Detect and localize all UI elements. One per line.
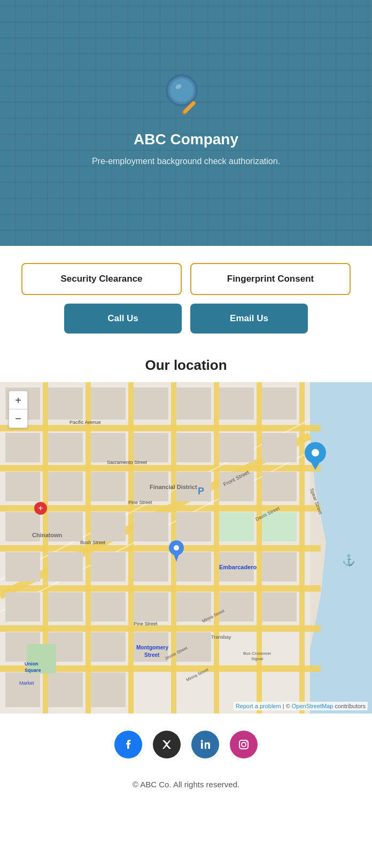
svg-rect-56 (134, 552, 168, 582)
svg-text:Chinatown: Chinatown (32, 532, 62, 538)
svg-text:Bush Street: Bush Street (80, 540, 106, 545)
svg-point-109 (201, 740, 203, 742)
location-title: Our location (0, 357, 372, 374)
copyright-text: © ABC Co. All rights reserved. (133, 780, 239, 789)
svg-rect-45 (262, 472, 297, 501)
svg-rect-29 (176, 387, 211, 420)
svg-text:Square: Square (25, 668, 41, 673)
svg-text:Financial District: Financial District (150, 484, 197, 490)
zoom-in-button[interactable]: + (9, 391, 27, 409)
social-section (0, 714, 372, 769)
svg-rect-51 (219, 512, 254, 541)
svg-rect-39 (5, 472, 40, 501)
svg-text:Bus Crossover: Bus Crossover (243, 651, 272, 656)
report-problem-link[interactable]: Report a problem (236, 703, 281, 709)
svg-rect-69 (91, 632, 126, 662)
twitter-x-button[interactable] (153, 731, 181, 758)
svg-rect-60 (5, 592, 40, 622)
svg-rect-41 (91, 472, 126, 501)
svg-rect-37 (219, 433, 254, 462)
map-container[interactable]: Pacific Avenue Sacramento Street Pine St… (0, 382, 372, 714)
svg-rect-72 (5, 672, 40, 707)
svg-rect-61 (48, 592, 83, 622)
buttons-section: Security Clearance Fingerprint Consent C… (0, 246, 372, 344)
svg-text:Street: Street (144, 652, 160, 658)
svg-point-111 (242, 742, 246, 747)
svg-rect-32 (5, 433, 40, 462)
svg-rect-19 (214, 382, 219, 714)
svg-rect-71 (176, 632, 211, 662)
svg-rect-20 (257, 382, 262, 714)
svg-rect-54 (48, 552, 83, 582)
svg-rect-59 (262, 552, 297, 582)
fingerprint-consent-button[interactable]: Fingerprint Consent (190, 263, 351, 295)
security-clearance-button[interactable]: Security Clearance (21, 263, 182, 295)
svg-rect-62 (91, 592, 126, 622)
linkedin-button[interactable] (191, 731, 219, 758)
svg-rect-48 (91, 512, 126, 541)
svg-rect-40 (48, 472, 83, 501)
svg-rect-27 (91, 387, 126, 420)
svg-point-99 (174, 545, 179, 551)
svg-rect-49 (134, 512, 168, 541)
zoom-out-button[interactable]: − (9, 409, 27, 428)
bottom-buttons-row: Call Us Email Us (13, 304, 359, 334)
svg-rect-108 (201, 742, 203, 749)
svg-rect-65 (219, 592, 254, 622)
svg-text:Union: Union (25, 661, 38, 666)
svg-text:Pine Street: Pine Street (134, 621, 158, 626)
svg-rect-33 (48, 433, 83, 462)
svg-rect-63 (134, 592, 168, 622)
svg-text:Embarcadero: Embarcadero (219, 564, 257, 570)
svg-rect-50 (176, 512, 211, 541)
hero-subtitle: Pre-employment background check authoriz… (92, 157, 280, 166)
svg-rect-35 (134, 433, 168, 462)
svg-rect-55 (91, 552, 126, 582)
facebook-button[interactable] (114, 731, 142, 758)
svg-rect-66 (262, 592, 297, 622)
svg-rect-21 (299, 382, 305, 714)
instagram-button[interactable] (230, 731, 258, 758)
svg-rect-30 (219, 387, 254, 420)
svg-text:P: P (198, 486, 204, 497)
map-zoom-controls: + − (9, 391, 28, 428)
openstreetmap-link[interactable]: OpenStreetMap (292, 703, 334, 709)
svg-rect-31 (262, 387, 297, 420)
svg-rect-74 (91, 672, 126, 707)
svg-point-1 (170, 79, 193, 102)
svg-text:Montgomery: Montgomery (136, 645, 168, 650)
svg-rect-34 (91, 433, 126, 462)
svg-text:Pacific Avenue: Pacific Avenue (69, 420, 101, 425)
svg-text:Sacramento Street: Sacramento Street (107, 460, 148, 465)
location-section: Our location (0, 344, 372, 714)
svg-rect-26 (48, 387, 83, 420)
svg-text:Market: Market (19, 680, 34, 686)
map-svg: Pacific Avenue Sacramento Street Pine St… (0, 382, 372, 714)
magnifier-icon (159, 69, 213, 122)
svg-rect-73 (48, 672, 83, 707)
svg-rect-57 (176, 552, 211, 582)
svg-rect-53 (5, 552, 40, 582)
svg-point-105 (312, 449, 319, 456)
map-attribution: Report a problem | © OpenStreetMap contr… (234, 702, 368, 710)
svg-rect-17 (128, 382, 134, 714)
location-pin-top (304, 442, 327, 472)
top-buttons-row: Security Clearance Fingerprint Consent (13, 263, 359, 295)
svg-rect-38 (262, 433, 297, 462)
svg-text:⚓: ⚓ (342, 554, 355, 567)
svg-text:Transbay: Transbay (211, 634, 231, 640)
svg-rect-28 (134, 387, 168, 420)
svg-text:Signal: Signal (251, 656, 263, 661)
call-us-button[interactable]: Call Us (64, 304, 182, 334)
svg-text:Pine Street: Pine Street (128, 500, 152, 505)
svg-point-112 (246, 741, 247, 742)
svg-rect-36 (176, 433, 211, 462)
hero-section: ABC Company Pre-employment background ch… (0, 0, 372, 246)
svg-text:+: + (38, 503, 43, 513)
red-marker: + (34, 501, 48, 517)
svg-marker-104 (308, 457, 323, 470)
company-name: ABC Company (134, 131, 238, 148)
email-us-button[interactable]: Email Us (190, 304, 308, 334)
footer: © ABC Co. All rights reserved. (0, 769, 372, 808)
